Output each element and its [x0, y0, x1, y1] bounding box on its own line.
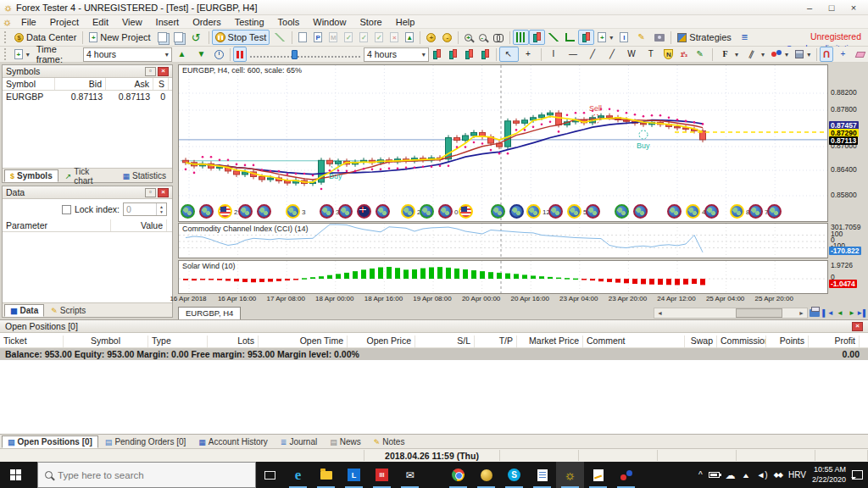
menu-window[interactable]: Window	[306, 16, 353, 28]
dropbox-icon[interactable]: ◆◆	[774, 471, 782, 479]
bottom-tab-journal[interactable]: ≣Journal	[275, 435, 323, 448]
taskbar-skype[interactable]: S	[500, 462, 528, 488]
cursor-tool-button[interactable]: ↖	[499, 47, 519, 62]
menu-tools[interactable]: Tools	[271, 16, 307, 28]
scroll-track[interactable]	[665, 308, 796, 318]
zoom-out-button[interactable]: -	[476, 30, 490, 45]
step-mode-button[interactable]	[562, 30, 578, 45]
tab-statistics[interactable]: ▦Statistics	[116, 169, 172, 182]
onedrive-cloud-icon[interactable]: ☁	[726, 469, 736, 481]
add-funds-button[interactable]: +	[423, 30, 439, 45]
spinner-arrows[interactable]: ▲▼	[156, 203, 166, 215]
task-view-button[interactable]	[256, 462, 284, 488]
volume-icon[interactable]: ◄)	[756, 470, 767, 480]
magnet-tool-button[interactable]: U	[820, 47, 833, 62]
bottom-tab-news[interactable]: ▤News	[324, 435, 367, 448]
close-partial-button[interactable]: ✓	[356, 30, 371, 45]
vline-tool-button[interactable]: I	[543, 47, 563, 62]
menu-edit[interactable]: Edit	[86, 16, 115, 28]
draw-tool-button[interactable]: ✎	[690, 47, 709, 62]
chart-info-button[interactable]: I	[616, 30, 632, 45]
tab-scripts[interactable]: ✎Scripts	[45, 304, 92, 317]
pause-test-button[interactable]	[233, 47, 247, 62]
symbols-minimize-button[interactable]: ▫	[145, 67, 156, 76]
news-flag-icon[interactable]: 12	[526, 204, 541, 219]
taskbar-app-red[interactable]: III	[368, 462, 396, 488]
close-button[interactable]: ×	[843, 1, 865, 14]
screenshot-button[interactable]	[651, 30, 668, 45]
save-project-button[interactable]	[170, 30, 186, 45]
battery-icon[interactable]	[709, 472, 720, 478]
positions-col-open-time[interactable]: Open Time	[259, 336, 348, 347]
add-chart-button[interactable]: +▾	[594, 30, 616, 45]
taskbar-edge[interactable]: e	[284, 462, 312, 488]
hline-tool-button[interactable]: —	[563, 47, 582, 62]
go-prev-button[interactable]: ◄	[834, 307, 846, 319]
test-settings-button[interactable]	[270, 30, 289, 45]
tab-data[interactable]: ▦Data	[4, 304, 44, 317]
new-order-button[interactable]	[295, 30, 310, 45]
news-flag-icon[interactable]	[376, 204, 390, 219]
data-close-button[interactable]: ×	[158, 188, 169, 197]
news-flag-icon[interactable]	[199, 204, 214, 219]
pending-order-button[interactable]: P	[310, 30, 326, 45]
positions-col-commission[interactable]: Commission	[717, 336, 766, 347]
withdraw-funds-button[interactable]: -	[439, 30, 455, 45]
print-chart-button[interactable]	[809, 307, 821, 319]
news-flag-icon[interactable]: 5	[567, 204, 581, 219]
positions-close-button[interactable]: ×	[852, 322, 863, 331]
news-flag-icon[interactable]: 2	[401, 204, 415, 219]
modify-order-button[interactable]: M	[326, 30, 341, 45]
news-flag-icon[interactable]: 3	[320, 204, 334, 219]
positions-col-type[interactable]: Type	[148, 336, 208, 347]
symbols-col-ask[interactable]: Ask	[106, 78, 153, 90]
solar-wind-plot[interactable]	[179, 261, 827, 293]
news-flag-icon[interactable]: 2	[218, 204, 232, 219]
close-position-button[interactable]: ✓	[341, 30, 356, 45]
chart-tab-eurgbp[interactable]: EURGBP, H4	[178, 307, 241, 319]
price-chart-panel[interactable]: EURGBP, H4, cell: 600, scale: 65% BuySel…	[178, 64, 828, 222]
bottom-tab-pending-orders-0-[interactable]: ▤Pending Orders [0]	[99, 435, 192, 448]
positions-col-ticket[interactable]: Ticket	[0, 336, 64, 347]
taskbar-gold-app[interactable]	[472, 462, 500, 488]
time-settings-button[interactable]	[211, 47, 227, 62]
snap-tool-button[interactable]: +	[833, 47, 853, 62]
symbols-close-button[interactable]: ×	[158, 67, 169, 76]
ray-tool-button[interactable]: ╱	[602, 47, 621, 62]
candles-mode-button[interactable]	[529, 30, 545, 45]
menu-insert[interactable]: Insert	[149, 16, 186, 28]
news-flag-icon[interactable]	[181, 204, 195, 219]
tray-chevron-icon[interactable]: ^	[698, 470, 703, 480]
news-flag-icon[interactable]: 0	[438, 204, 453, 219]
bottom-tab-open-positions-0-[interactable]: ▤Open Positions [0]	[2, 435, 98, 448]
note-tool-button[interactable]: N	[660, 47, 676, 62]
cci-panel[interactable]: Commodity Channel Index (CCI) (14)	[178, 223, 828, 258]
taskbar-dots-app[interactable]	[612, 462, 640, 488]
delete-order-button[interactable]: ×	[387, 30, 402, 45]
stop-test-button[interactable]: Stop Test	[212, 30, 270, 45]
data-center-button[interactable]: $Data Center	[11, 30, 80, 45]
bars-mode-button[interactable]	[513, 30, 529, 45]
positions-col-symbol[interactable]: Symbol	[64, 336, 148, 347]
scroll-right-icon[interactable]: ►	[796, 308, 807, 318]
speed-slider-thumb[interactable]	[292, 50, 298, 59]
news-flag-icon[interactable]	[586, 204, 600, 219]
timeframe-down-button[interactable]: ▼	[192, 47, 211, 62]
step-timeframe-select[interactable]: 4 hours▾	[364, 47, 429, 62]
objects-tool-button[interactable]: ▾	[792, 47, 814, 62]
language-indicator[interactable]: HRV	[788, 470, 806, 480]
taskbar-search[interactable]	[37, 462, 256, 488]
step-back-button[interactable]	[429, 47, 445, 62]
data-col-value[interactable]: Value	[111, 219, 167, 231]
news-flag-icon[interactable]	[509, 204, 524, 219]
wifi-icon[interactable]: ▲	[742, 471, 751, 479]
positions-col-s-l[interactable]: S/L	[415, 336, 475, 347]
wave-tool-button[interactable]: W	[621, 47, 641, 62]
new-chart-button[interactable]: +▾	[11, 47, 33, 62]
lock-index-spinner[interactable]: 0▲▼	[123, 202, 167, 216]
new-project-button[interactable]: +New Project	[86, 30, 153, 45]
menu-orders[interactable]: Orders	[186, 16, 228, 28]
symbols-col-symbol[interactable]: Symbol	[3, 78, 55, 90]
news-flag-icon[interactable]	[257, 204, 271, 219]
trendline-tool-button[interactable]: ╱	[582, 47, 602, 62]
